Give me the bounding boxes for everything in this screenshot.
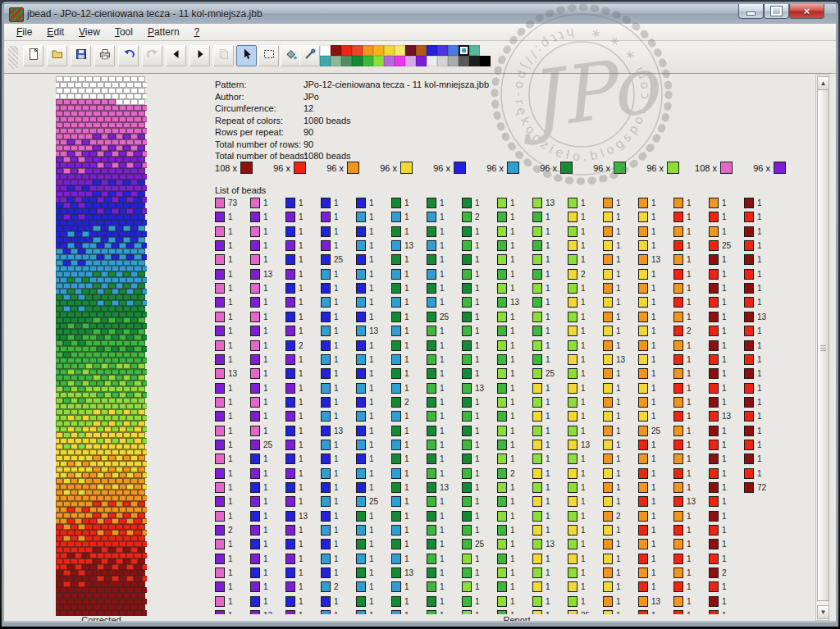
draft-bead[interactable] xyxy=(123,455,130,461)
draft-bead[interactable] xyxy=(130,558,138,564)
draft-bead[interactable] xyxy=(119,541,126,547)
draft-bead[interactable] xyxy=(116,157,123,162)
draft-bead[interactable] xyxy=(60,335,67,340)
draft-bead[interactable] xyxy=(104,151,112,157)
draft-bead[interactable] xyxy=(119,599,126,604)
draft-bead[interactable] xyxy=(116,421,123,426)
palette-swatch[interactable] xyxy=(448,56,459,66)
draft-bead[interactable] xyxy=(134,220,141,226)
draft-bead[interactable] xyxy=(126,553,134,558)
draft-bead[interactable] xyxy=(89,495,97,501)
draft-bead[interactable] xyxy=(97,381,104,386)
draft-bead[interactable] xyxy=(134,346,141,352)
draft-bead[interactable] xyxy=(134,312,141,317)
draft-bead[interactable] xyxy=(75,312,82,317)
draft-bead[interactable] xyxy=(85,88,93,93)
draft-bead[interactable] xyxy=(71,294,78,300)
draft-bead[interactable] xyxy=(142,266,147,271)
draft-bead[interactable] xyxy=(71,214,78,220)
draft-bead[interactable] xyxy=(119,449,126,455)
draft-bead[interactable] xyxy=(60,93,67,99)
draft-bead[interactable] xyxy=(119,369,126,375)
draft-bead[interactable] xyxy=(82,530,89,536)
draft-bead[interactable] xyxy=(101,352,108,358)
palette-swatch[interactable] xyxy=(459,56,469,66)
draft-bead[interactable] xyxy=(126,392,134,398)
draft-bead[interactable] xyxy=(101,501,108,507)
draft-bead[interactable] xyxy=(78,421,85,426)
draft-bead[interactable] xyxy=(116,455,123,461)
draft-bead[interactable] xyxy=(63,398,71,403)
draft-bead[interactable] xyxy=(97,392,104,398)
draft-bead[interactable] xyxy=(101,536,108,541)
draft-bead[interactable] xyxy=(75,300,82,306)
draft-bead[interactable] xyxy=(63,432,71,438)
draft-bead[interactable] xyxy=(119,530,126,536)
draft-bead[interactable] xyxy=(60,346,67,352)
draft-bead[interactable] xyxy=(101,283,108,289)
draft-bead[interactable] xyxy=(134,197,141,203)
draft-bead[interactable] xyxy=(104,300,112,306)
draft-bead[interactable] xyxy=(97,403,104,409)
draft-bead[interactable] xyxy=(138,536,145,541)
draft-bead[interactable] xyxy=(85,329,93,335)
draft-bead[interactable] xyxy=(112,243,119,248)
draft-bead[interactable] xyxy=(89,381,97,386)
draft-bead[interactable] xyxy=(75,461,82,467)
draft-bead[interactable] xyxy=(60,564,67,570)
draft-bead[interactable] xyxy=(108,76,116,82)
draft-bead[interactable] xyxy=(78,271,85,277)
draft-bead[interactable] xyxy=(108,536,116,541)
draft-bead[interactable] xyxy=(123,558,130,564)
draft-bead[interactable] xyxy=(60,472,67,478)
draft-bead[interactable] xyxy=(82,266,89,271)
draft-bead[interactable] xyxy=(71,340,78,346)
draft-bead[interactable] xyxy=(60,82,67,88)
draft-bead[interactable] xyxy=(82,335,89,340)
draft-bead[interactable] xyxy=(119,576,126,581)
draft-bead[interactable] xyxy=(56,478,63,484)
draft-bead[interactable] xyxy=(104,266,112,271)
draft-bead[interactable] xyxy=(67,507,75,513)
draft-bead[interactable] xyxy=(108,570,116,576)
draft-bead[interactable] xyxy=(104,197,112,203)
draft-bead[interactable] xyxy=(56,168,63,174)
draft-bead[interactable] xyxy=(89,587,97,593)
draft-bead[interactable] xyxy=(63,203,71,208)
draft-bead[interactable] xyxy=(85,444,93,449)
palette-swatch[interactable] xyxy=(320,45,331,56)
draft-bead[interactable] xyxy=(82,461,89,467)
draft-bead[interactable] xyxy=(63,421,71,426)
draft-bead[interactable] xyxy=(56,317,63,323)
draft-bead[interactable] xyxy=(89,449,97,455)
palette-swatch[interactable] xyxy=(320,56,331,66)
draft-bead[interactable] xyxy=(85,363,93,369)
draft-bead[interactable] xyxy=(71,432,78,438)
print-button[interactable] xyxy=(94,45,115,66)
draft-bead[interactable] xyxy=(89,254,97,260)
draft-bead[interactable] xyxy=(108,409,116,415)
draft-bead[interactable] xyxy=(93,76,100,82)
draft-bead[interactable] xyxy=(67,541,75,547)
draft-bead[interactable] xyxy=(56,558,63,564)
draft-bead[interactable] xyxy=(78,145,85,151)
draft-bead[interactable] xyxy=(93,593,100,599)
draft-bead[interactable] xyxy=(123,444,130,449)
draft-bead[interactable] xyxy=(112,208,119,214)
draft-bead[interactable] xyxy=(130,444,138,449)
draft-bead[interactable] xyxy=(142,415,147,421)
draft-bead[interactable] xyxy=(119,151,126,157)
draft-bead[interactable] xyxy=(116,570,123,576)
draft-bead[interactable] xyxy=(67,518,75,524)
draft-bead[interactable] xyxy=(108,375,116,381)
draft-bead[interactable] xyxy=(56,513,63,518)
draft-bead[interactable] xyxy=(89,323,97,329)
draft-bead[interactable] xyxy=(89,151,97,157)
draft-bead[interactable] xyxy=(71,237,78,243)
draft-bead[interactable] xyxy=(130,145,138,151)
draft-bead[interactable] xyxy=(130,317,138,323)
draft-bead[interactable] xyxy=(71,317,78,323)
draft-bead[interactable] xyxy=(89,277,97,283)
undo-button[interactable] xyxy=(118,45,139,66)
draft-bead[interactable] xyxy=(126,185,134,191)
